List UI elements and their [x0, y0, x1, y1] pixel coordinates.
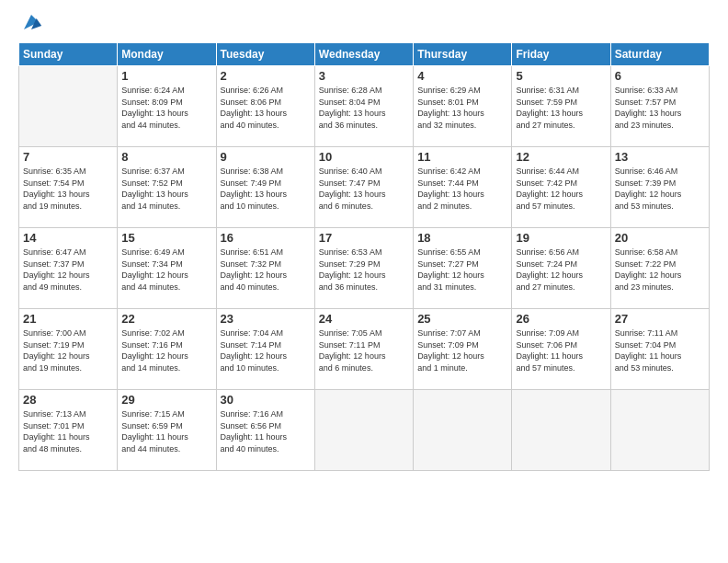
day-cell: 24Sunrise: 7:05 AM Sunset: 7:11 PM Dayli…	[314, 309, 413, 390]
header	[18, 15, 710, 33]
logo-icon	[20, 11, 42, 33]
day-number: 20	[615, 231, 705, 245]
page: Sunday Monday Tuesday Wednesday Thursday…	[0, 0, 728, 563]
weekday-header-row: Sunday Monday Tuesday Wednesday Thursday…	[19, 43, 710, 66]
day-cell: 14Sunrise: 6:47 AM Sunset: 7:37 PM Dayli…	[19, 228, 118, 309]
day-number: 13	[615, 150, 705, 164]
day-cell: 10Sunrise: 6:40 AM Sunset: 7:47 PM Dayli…	[314, 147, 413, 228]
day-info: Sunrise: 6:58 AM Sunset: 7:22 PM Dayligh…	[615, 247, 705, 293]
day-number: 2	[221, 69, 311, 83]
day-number: 9	[221, 150, 311, 164]
day-info: Sunrise: 7:11 AM Sunset: 7:04 PM Dayligh…	[615, 327, 705, 373]
day-cell: 11Sunrise: 6:42 AM Sunset: 7:44 PM Dayli…	[414, 147, 512, 228]
day-info: Sunrise: 6:37 AM Sunset: 7:52 PM Dayligh…	[121, 166, 211, 212]
day-info: Sunrise: 7:15 AM Sunset: 6:59 PM Dayligh…	[121, 408, 211, 454]
day-number: 3	[319, 69, 409, 83]
week-row-2: 7Sunrise: 6:35 AM Sunset: 7:54 PM Daylig…	[19, 147, 710, 228]
day-cell	[512, 390, 610, 471]
day-number: 23	[221, 312, 311, 326]
day-cell: 30Sunrise: 7:16 AM Sunset: 6:56 PM Dayli…	[216, 390, 314, 471]
day-info: Sunrise: 6:44 AM Sunset: 7:42 PM Dayligh…	[516, 166, 606, 212]
day-cell: 3Sunrise: 6:28 AM Sunset: 8:04 PM Daylig…	[314, 66, 413, 147]
day-cell: 5Sunrise: 6:31 AM Sunset: 7:59 PM Daylig…	[512, 66, 610, 147]
day-info: Sunrise: 6:56 AM Sunset: 7:24 PM Dayligh…	[516, 247, 606, 293]
day-cell: 1Sunrise: 6:24 AM Sunset: 8:09 PM Daylig…	[118, 66, 216, 147]
day-number: 22	[121, 312, 211, 326]
day-number: 18	[417, 231, 507, 245]
day-number: 17	[319, 231, 409, 245]
day-number: 27	[615, 312, 705, 326]
logo	[18, 15, 42, 33]
day-info: Sunrise: 6:31 AM Sunset: 7:59 PM Dayligh…	[516, 85, 606, 131]
day-cell: 9Sunrise: 6:38 AM Sunset: 7:49 PM Daylig…	[216, 147, 314, 228]
day-info: Sunrise: 6:51 AM Sunset: 7:32 PM Dayligh…	[221, 247, 311, 293]
day-number: 14	[23, 231, 113, 245]
day-cell: 29Sunrise: 7:15 AM Sunset: 6:59 PM Dayli…	[118, 390, 216, 471]
day-number: 16	[221, 231, 311, 245]
header-tuesday: Tuesday	[216, 43, 314, 66]
header-thursday: Thursday	[414, 43, 512, 66]
day-number: 12	[516, 150, 606, 164]
header-sunday: Sunday	[19, 43, 118, 66]
day-number: 10	[319, 150, 409, 164]
day-number: 26	[516, 312, 606, 326]
day-cell: 13Sunrise: 6:46 AM Sunset: 7:39 PM Dayli…	[610, 147, 709, 228]
day-info: Sunrise: 6:38 AM Sunset: 7:49 PM Dayligh…	[221, 166, 311, 212]
week-row-3: 14Sunrise: 6:47 AM Sunset: 7:37 PM Dayli…	[19, 228, 710, 309]
week-row-5: 28Sunrise: 7:13 AM Sunset: 7:01 PM Dayli…	[19, 390, 710, 471]
day-cell: 4Sunrise: 6:29 AM Sunset: 8:01 PM Daylig…	[414, 66, 512, 147]
header-monday: Monday	[118, 43, 216, 66]
day-number: 19	[516, 231, 606, 245]
day-cell: 8Sunrise: 6:37 AM Sunset: 7:52 PM Daylig…	[118, 147, 216, 228]
day-info: Sunrise: 7:16 AM Sunset: 6:56 PM Dayligh…	[221, 408, 311, 454]
day-number: 5	[516, 69, 606, 83]
day-cell: 7Sunrise: 6:35 AM Sunset: 7:54 PM Daylig…	[19, 147, 118, 228]
day-info: Sunrise: 7:07 AM Sunset: 7:09 PM Dayligh…	[417, 327, 507, 373]
header-friday: Friday	[512, 43, 610, 66]
calendar-table: Sunday Monday Tuesday Wednesday Thursday…	[18, 42, 710, 471]
day-number: 1	[121, 69, 211, 83]
day-number: 24	[319, 312, 409, 326]
day-cell: 12Sunrise: 6:44 AM Sunset: 7:42 PM Dayli…	[512, 147, 610, 228]
day-cell: 15Sunrise: 6:49 AM Sunset: 7:34 PM Dayli…	[118, 228, 216, 309]
day-cell: 18Sunrise: 6:55 AM Sunset: 7:27 PM Dayli…	[414, 228, 512, 309]
day-cell: 20Sunrise: 6:58 AM Sunset: 7:22 PM Dayli…	[610, 228, 709, 309]
day-cell: 17Sunrise: 6:53 AM Sunset: 7:29 PM Dayli…	[314, 228, 413, 309]
day-number: 29	[121, 393, 211, 407]
day-cell	[314, 390, 413, 471]
day-number: 11	[417, 150, 507, 164]
day-number: 25	[417, 312, 507, 326]
day-info: Sunrise: 6:55 AM Sunset: 7:27 PM Dayligh…	[417, 247, 507, 293]
day-info: Sunrise: 7:05 AM Sunset: 7:11 PM Dayligh…	[319, 327, 409, 373]
header-wednesday: Wednesday	[314, 43, 413, 66]
day-info: Sunrise: 6:46 AM Sunset: 7:39 PM Dayligh…	[615, 166, 705, 212]
day-info: Sunrise: 7:04 AM Sunset: 7:14 PM Dayligh…	[221, 327, 311, 373]
day-info: Sunrise: 6:49 AM Sunset: 7:34 PM Dayligh…	[121, 247, 211, 293]
day-info: Sunrise: 6:40 AM Sunset: 7:47 PM Dayligh…	[319, 166, 409, 212]
day-info: Sunrise: 6:29 AM Sunset: 8:01 PM Dayligh…	[417, 85, 507, 131]
day-cell: 26Sunrise: 7:09 AM Sunset: 7:06 PM Dayli…	[512, 309, 610, 390]
day-cell: 25Sunrise: 7:07 AM Sunset: 7:09 PM Dayli…	[414, 309, 512, 390]
day-info: Sunrise: 6:24 AM Sunset: 8:09 PM Dayligh…	[121, 85, 211, 131]
day-cell: 2Sunrise: 6:26 AM Sunset: 8:06 PM Daylig…	[216, 66, 314, 147]
day-info: Sunrise: 7:00 AM Sunset: 7:19 PM Dayligh…	[23, 327, 113, 373]
day-info: Sunrise: 6:42 AM Sunset: 7:44 PM Dayligh…	[417, 166, 507, 212]
week-row-4: 21Sunrise: 7:00 AM Sunset: 7:19 PM Dayli…	[19, 309, 710, 390]
day-cell: 23Sunrise: 7:04 AM Sunset: 7:14 PM Dayli…	[216, 309, 314, 390]
day-info: Sunrise: 6:33 AM Sunset: 7:57 PM Dayligh…	[615, 85, 705, 131]
day-number: 30	[221, 393, 311, 407]
week-row-1: 1Sunrise: 6:24 AM Sunset: 8:09 PM Daylig…	[19, 66, 710, 147]
day-number: 6	[615, 69, 705, 83]
day-number: 4	[417, 69, 507, 83]
day-cell	[19, 66, 118, 147]
day-cell: 6Sunrise: 6:33 AM Sunset: 7:57 PM Daylig…	[610, 66, 709, 147]
day-cell: 21Sunrise: 7:00 AM Sunset: 7:19 PM Dayli…	[19, 309, 118, 390]
day-cell	[610, 390, 709, 471]
day-number: 15	[121, 231, 211, 245]
day-info: Sunrise: 6:53 AM Sunset: 7:29 PM Dayligh…	[319, 247, 409, 293]
day-number: 21	[23, 312, 113, 326]
day-info: Sunrise: 6:28 AM Sunset: 8:04 PM Dayligh…	[319, 85, 409, 131]
day-info: Sunrise: 6:26 AM Sunset: 8:06 PM Dayligh…	[221, 85, 311, 131]
day-info: Sunrise: 7:13 AM Sunset: 7:01 PM Dayligh…	[23, 408, 113, 454]
day-number: 28	[23, 393, 113, 407]
